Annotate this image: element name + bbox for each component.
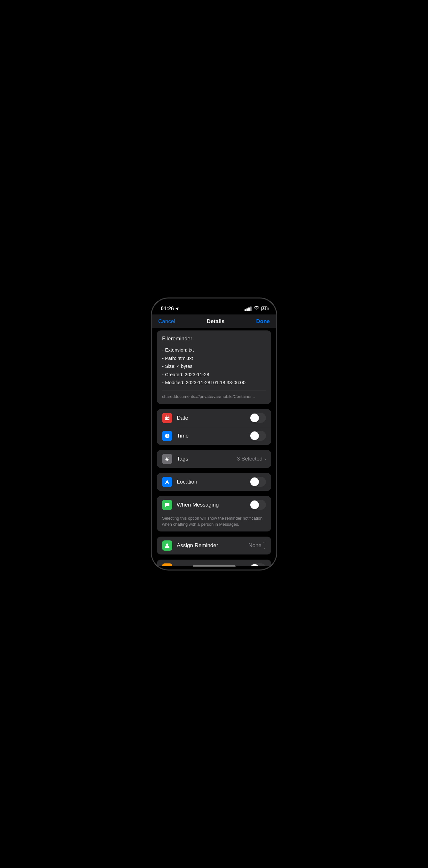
location-toggle[interactable] (250, 477, 266, 487)
assign-arrows-icon: ⌃⌄ (263, 541, 266, 550)
content-area: Filereminder - Extension: txt - Path: ht… (152, 328, 276, 566)
flag-toggle[interactable] (250, 563, 266, 566)
location-row: Location (157, 473, 271, 491)
done-button[interactable]: Done (256, 318, 270, 325)
person-icon (164, 542, 170, 549)
dynamic-island (195, 302, 233, 313)
date-time-card: Date Time (157, 409, 271, 445)
svg-point-12 (166, 543, 169, 546)
tags-label: Tags (177, 456, 237, 462)
location-icon (162, 477, 172, 487)
arrow-icon (164, 479, 170, 485)
file-modified: - Modified: 2023-11-28T01:18:33-06:00 (162, 378, 266, 387)
date-toggle[interactable] (250, 413, 266, 423)
status-right: 84 (245, 306, 267, 311)
time-icon (162, 431, 172, 441)
wifi-icon (254, 306, 259, 311)
assign-row[interactable]: Assign Reminder None ⌃⌄ (157, 536, 271, 555)
messaging-toggle-knob (250, 500, 259, 509)
messaging-icon (162, 500, 172, 510)
file-meta: - Extension: txt - Path: html.txt - Size… (162, 346, 266, 387)
status-time: 01:26 (161, 306, 179, 312)
time-display: 01:26 (161, 306, 174, 312)
assign-label: Assign Reminder (177, 542, 248, 549)
file-name: Filereminder (162, 336, 266, 342)
svg-rect-6 (168, 418, 169, 419)
svg-rect-5 (167, 418, 167, 419)
tags-chevron-icon: › (264, 456, 266, 462)
messaging-card: When Messaging Selecting this option wil… (157, 496, 271, 531)
tags-value: 3 Selected (237, 456, 263, 462)
svg-point-10 (167, 436, 167, 436)
file-extension: - Extension: txt (162, 346, 266, 354)
location-label: Location (177, 479, 250, 485)
calendar-icon (164, 415, 170, 421)
date-icon (162, 413, 172, 423)
tags-row[interactable]: # Tags 3 Selected › (157, 450, 271, 468)
message-bubble-icon (164, 502, 170, 508)
tags-icon: # (162, 454, 172, 464)
cancel-button[interactable]: Cancel (158, 318, 175, 325)
time-toggle[interactable] (250, 431, 266, 441)
date-toggle-knob (250, 413, 259, 422)
svg-rect-1 (165, 416, 170, 417)
flag-toggle-knob (250, 564, 259, 566)
file-full-path: shareddocuments:///private/var/mobile/Co… (162, 394, 266, 399)
time-toggle-knob (250, 431, 259, 440)
time-row: Time (157, 427, 271, 445)
signal-bars (245, 307, 251, 311)
battery-indicator: 84 (262, 306, 267, 311)
date-label: Date (177, 415, 250, 421)
flag-icon (162, 563, 172, 567)
assign-icon (162, 540, 172, 551)
tags-card[interactable]: # Tags 3 Selected › (157, 450, 271, 468)
page-title: Details (207, 318, 225, 325)
assign-card[interactable]: Assign Reminder None ⌃⌄ (157, 536, 271, 555)
messaging-toggle[interactable] (250, 500, 266, 510)
home-indicator (193, 565, 236, 567)
location-arrow-icon (175, 307, 179, 311)
divider (162, 391, 266, 391)
battery-level: 84 (263, 307, 266, 311)
svg-marker-11 (165, 480, 170, 484)
date-row: Date (157, 409, 271, 427)
screen: 01:26 (152, 299, 276, 569)
location-card: Location (157, 473, 271, 491)
time-label: Time (177, 433, 250, 439)
phone-shell: 01:26 (151, 298, 277, 570)
file-info-card: Filereminder - Extension: txt - Path: ht… (157, 331, 271, 404)
messaging-row: When Messaging (157, 496, 271, 514)
file-created: - Created: 2023-11-28 (162, 370, 266, 379)
svg-rect-2 (166, 415, 166, 417)
flag-svg-icon (164, 566, 170, 567)
svg-rect-3 (168, 415, 169, 417)
file-size: - Size: 4 bytes (162, 362, 266, 370)
assign-value: None (248, 542, 262, 549)
location-toggle-knob (250, 477, 259, 486)
messaging-label: When Messaging (177, 502, 250, 508)
nav-bar: Cancel Details Done (152, 314, 276, 328)
messaging-description: Selecting this option will show the remi… (157, 514, 271, 531)
svg-rect-4 (165, 418, 166, 419)
clock-icon (164, 433, 170, 439)
file-path-meta: - Path: html.txt (162, 354, 266, 363)
